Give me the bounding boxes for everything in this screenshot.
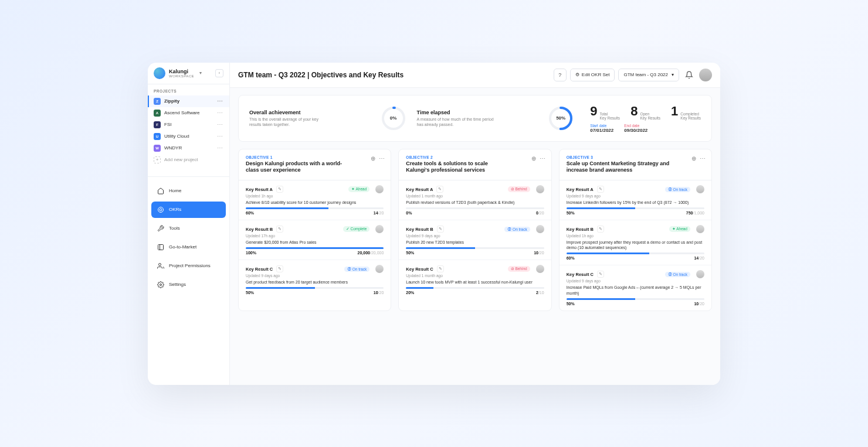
add-kr-icon[interactable]: ⊕ — [531, 155, 536, 162]
progress-bar — [246, 207, 384, 209]
time-pct: 50% — [556, 115, 565, 121]
more-icon[interactable]: ⋯ — [700, 155, 706, 162]
nav-label: OKRs — [169, 207, 181, 212]
key-result-card[interactable]: Key Result C ✎ ⦿ On track Updated 9 days… — [560, 265, 711, 310]
workspace-switcher[interactable]: Kalungi WORKSPACE ▾ ‹ — [148, 63, 229, 84]
help-button[interactable]: ? — [554, 69, 567, 81]
topbar: GTM team - Q3 2022 | Objectives and Key … — [230, 63, 720, 88]
edit-icon[interactable]: ✎ — [597, 226, 604, 233]
add-kr-icon[interactable]: ⊕ — [371, 155, 375, 162]
add-kr-icon[interactable]: ⊕ — [691, 155, 696, 162]
project-more-icon[interactable]: ⋯ — [217, 145, 223, 151]
project-more-icon[interactable]: ⋯ — [217, 133, 223, 139]
owner-avatar[interactable] — [375, 185, 384, 193]
edit-icon[interactable]: ✎ — [276, 226, 283, 233]
key-result-card[interactable]: Key Result B ✎ ✓ Complete Updated 17h ag… — [239, 220, 391, 260]
app-window: Kalungi WORKSPACE ▾ ‹ PROJECTS ZZippity⋯… — [148, 63, 720, 385]
nav-item-home[interactable]: Home — [151, 183, 226, 199]
nav-label: Home — [169, 188, 181, 193]
user-avatar[interactable] — [699, 69, 712, 81]
project-more-icon[interactable]: ⋯ — [217, 110, 223, 116]
objective-header: OBJECTIVE 3 Scale up Content Marketing S… — [560, 149, 711, 180]
owner-avatar[interactable] — [375, 265, 384, 273]
key-result-card[interactable]: Key Result B ✎ ✦ Ahead Updated 1h ago Im… — [560, 220, 711, 265]
overall-achievement-block: Overall achievement This is the overall … — [249, 110, 370, 127]
edit-icon[interactable]: ✎ — [276, 186, 283, 193]
okr-set-selector[interactable]: GTM team - Q3 2022 ▾ — [618, 69, 679, 81]
progress-bar — [406, 247, 544, 249]
notifications-button[interactable] — [683, 69, 696, 81]
add-project-button[interactable]: + Add new project — [148, 154, 229, 166]
owner-avatar[interactable] — [696, 185, 704, 193]
sidebar-project-item[interactable]: UUtility Cloud⋯ — [148, 131, 229, 142]
kr-target: /20 — [699, 302, 704, 306]
achievement-ring: 0% — [381, 105, 406, 131]
nav-list: HomeOKRsToolsGo-to-MarketProject Permiss… — [148, 176, 229, 294]
nav-icon — [157, 187, 164, 195]
edit-icon[interactable]: ✎ — [437, 265, 444, 272]
nav-item-settings[interactable]: Settings — [151, 277, 226, 293]
edit-okr-set-button[interactable]: ⚙ Edit OKR Set — [570, 69, 615, 81]
sidebar-project-item[interactable]: WWNDYR⋯ — [148, 142, 229, 154]
objective-number: OBJECTIVE 1 — [246, 155, 384, 159]
collapse-sidebar-button[interactable]: ‹ — [215, 69, 223, 77]
sidebar-project-item[interactable]: AAscend Software⋯ — [148, 107, 229, 119]
nav-icon — [157, 262, 164, 269]
nav-icon — [157, 244, 164, 251]
owner-avatar[interactable] — [536, 225, 544, 233]
edit-icon[interactable]: ✎ — [597, 271, 604, 278]
objective-header: OBJECTIVE 2 Create tools & solutions to … — [399, 149, 551, 180]
key-result-card[interactable]: Key Result C ✎ ⦿ On track Updated 9 days… — [239, 260, 391, 299]
kr-list: Key Result A ✎ ⊘ Behind Updated 1 month … — [399, 180, 551, 299]
key-result-card[interactable]: Key Result A ✎ ⦿ On track Updated 9 days… — [560, 180, 711, 220]
edit-icon[interactable]: ✎ — [437, 226, 444, 233]
nav-item-okrs[interactable]: OKRs — [151, 202, 226, 218]
owner-avatar[interactable] — [375, 225, 384, 233]
metric-sublabel: Key Results — [680, 116, 701, 120]
nav-item-tools[interactable]: Tools — [151, 220, 226, 237]
key-result-card[interactable]: Key Result C ✎ ⊘ Behind Updated 1 month … — [399, 260, 551, 299]
nav-item-project-permissions[interactable]: Project Permissions — [151, 258, 226, 274]
metric-label: Completed — [680, 112, 701, 116]
start-date-label: Start date — [590, 124, 613, 128]
metric-number: 9 — [590, 104, 597, 119]
project-more-icon[interactable]: ⋯ — [217, 121, 223, 128]
key-result-card[interactable]: Key Result A ✎ ✦ Ahead Updated 1h ago Ac… — [239, 180, 391, 220]
more-icon[interactable]: ⋯ — [540, 155, 545, 162]
project-more-icon[interactable]: ⋯ — [217, 98, 223, 104]
kr-target: /20 — [538, 211, 544, 215]
more-icon[interactable]: ⋯ — [379, 155, 385, 162]
stats-card: Overall achievement This is the overall … — [238, 95, 712, 142]
svg-rect-2 — [158, 244, 164, 250]
kr-description: Launch 10 new tools MVP with at least 1 … — [406, 279, 544, 285]
kr-description: Publish 20 new T2D3 templates — [406, 240, 544, 245]
owner-avatar[interactable] — [696, 270, 704, 278]
start-date: Start date 07/01/2022 — [590, 124, 613, 133]
kr-updated: Updated 1 month ago — [406, 274, 544, 278]
kr-updated: Updated 1 month ago — [406, 194, 544, 198]
key-result-card[interactable]: Key Result A ✎ ⊘ Behind Updated 1 month … — [399, 180, 551, 220]
kr-description: Increase Paid MQLs from Google Ads – (cu… — [567, 285, 704, 295]
achievement-title: Overall achievement — [249, 110, 370, 115]
owner-avatar[interactable] — [536, 185, 544, 193]
kr-target: /20 — [699, 256, 704, 260]
owner-avatar[interactable] — [536, 265, 544, 273]
kr-pct: 50% — [406, 251, 414, 255]
svg-point-4 — [159, 263, 161, 265]
metric: 9TotalKey Results — [590, 104, 620, 120]
kr-updated: Updated 1h ago — [246, 194, 384, 198]
owner-avatar[interactable] — [696, 225, 704, 233]
kr-updated: Updated 17h ago — [246, 234, 384, 238]
key-result-card[interactable]: Key Result B ✎ ⦿ On track Updated 9 days… — [399, 220, 551, 260]
edit-icon[interactable]: ✎ — [276, 265, 283, 272]
kr-target: /20 — [378, 211, 384, 215]
edit-icon[interactable]: ✎ — [597, 186, 604, 193]
sidebar-project-item[interactable]: FFSI⋯ — [148, 119, 229, 131]
project-label: WNDYR — [164, 145, 182, 151]
kr-target: /20,000 — [370, 251, 384, 255]
nav-item-go-to-market[interactable]: Go-to-Market — [151, 239, 226, 255]
date-range: Start date 07/01/2022 End date 09/30/202… — [590, 124, 701, 133]
workspace-sublabel: WORKSPACE — [169, 74, 194, 78]
sidebar-project-item[interactable]: ZZippity⋯ — [148, 95, 229, 107]
edit-icon[interactable]: ✎ — [436, 186, 443, 193]
